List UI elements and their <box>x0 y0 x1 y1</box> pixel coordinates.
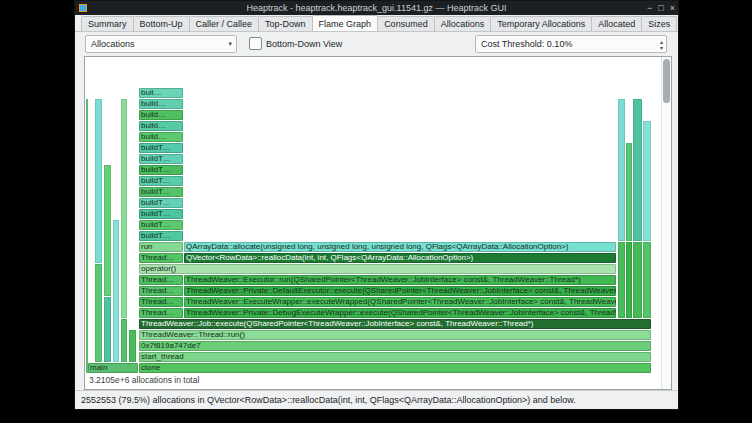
flame-bar[interactable]: buildT… <box>139 209 183 219</box>
flame-column-segment[interactable] <box>86 99 88 373</box>
tab-consumed[interactable]: Consumed <box>377 16 435 31</box>
app-icon <box>79 4 87 12</box>
checkbox-label: Bottom-Down View <box>266 39 342 49</box>
flame-bar[interactable]: start_thread <box>139 352 651 362</box>
tab-temporary-allocations[interactable]: Temporary Allocations <box>490 16 592 31</box>
allocations-combobox[interactable]: Allocations ▾ <box>85 35 237 53</box>
close-button[interactable]: × <box>670 1 675 15</box>
flame-bar[interactable]: 0x7f819a747de7 <box>139 341 651 351</box>
tab-bottom-up[interactable]: Bottom-Up <box>133 16 190 31</box>
chevron-down-icon: ▾ <box>228 40 232 48</box>
spinbox-arrows[interactable]: ▴▾ <box>660 36 663 54</box>
flame-column-segment[interactable] <box>626 143 632 241</box>
scrollbar-thumb[interactable] <box>663 59 670 103</box>
cost-threshold-spinbox[interactable]: Cost Threshold: 0.10% ▴▾ <box>475 35 667 53</box>
flame-bar[interactable]: main <box>88 363 138 373</box>
flame-column-segment[interactable] <box>633 99 642 241</box>
vertical-scrollbar[interactable] <box>661 57 671 389</box>
spin-down-icon[interactable]: ▾ <box>660 45 663 51</box>
flame-bar[interactable]: buildT… <box>139 154 183 164</box>
flame-bar[interactable]: buildT… <box>139 176 183 186</box>
flame-column-segment[interactable] <box>618 242 625 318</box>
flame-bar[interactable]: QVector<RowData>::reallocData(int, int, … <box>184 253 616 263</box>
minimize-button[interactable]: − <box>647 1 652 15</box>
tab-allocated[interactable]: Allocated <box>591 16 642 31</box>
flame-bar[interactable]: buildT… <box>139 143 183 153</box>
tab-flame-graph[interactable]: Flame Graph <box>312 15 379 31</box>
flame-bar[interactable]: Thread… <box>139 297 183 307</box>
flame-column-segment[interactable] <box>113 220 119 362</box>
flame-bar[interactable]: Thread… <box>139 286 183 296</box>
flame-bar[interactable]: ThreadWeaver::Thread::run() <box>139 330 651 340</box>
screen: Heaptrack - heaptrack.heaptrack_gui.1154… <box>0 0 752 423</box>
flame-bar[interactable]: build… <box>139 132 183 142</box>
status-bar: 2552553 (79.5%) allocations in QVector<R… <box>75 390 678 409</box>
flame-bar[interactable]: clone <box>139 363 651 373</box>
tab-top-down[interactable]: Top-Down <box>258 16 313 31</box>
tab-allocations[interactable]: Allocations <box>434 16 492 31</box>
flame-column-segment[interactable] <box>121 319 127 362</box>
flame-bar[interactable]: ThreadWeaver::Executor::run(QSharedPoint… <box>184 275 616 285</box>
flame-column-segment[interactable] <box>95 264 102 362</box>
flame-bar[interactable]: QArrayData::allocate(unsigned long, unsi… <box>184 242 616 252</box>
flame-bar[interactable]: ThreadWeaver::Private::DefaultExecutor::… <box>184 286 616 296</box>
flame-bar[interactable]: buildT… <box>139 165 183 175</box>
flame-column-segment[interactable] <box>104 297 111 362</box>
flame-bar[interactable]: run <box>139 242 183 252</box>
flame-column-segment[interactable] <box>95 99 102 263</box>
flame-column-segment[interactable] <box>643 242 651 318</box>
flame-graph[interactable]: 3.2105e+6 allocations in total mainclone… <box>85 57 661 389</box>
tab-bar: SummaryBottom-UpCaller / CalleeTop-DownF… <box>75 15 678 32</box>
checkbox-box[interactable] <box>249 37 262 50</box>
flame-bar[interactable]: build… <box>139 99 183 109</box>
flame-bar[interactable]: ThreadWeaver::ExecuteWrapper::executeWra… <box>184 297 616 307</box>
flame-bar[interactable]: Thread… <box>139 275 183 285</box>
flame-graph-frame: 3.2105e+6 allocations in total mainclone… <box>84 56 672 390</box>
window-controls: − □ × <box>647 1 675 15</box>
flame-column-segment[interactable] <box>643 121 651 241</box>
flame-bar[interactable]: ThreadWeaver::Private::DebugExecuteWrapp… <box>184 308 616 318</box>
flame-column-segment[interactable] <box>633 242 642 318</box>
flame-bar[interactable]: build… <box>139 110 183 120</box>
cost-threshold-text: Cost Threshold: 0.10% <box>481 39 572 49</box>
flame-column-segment[interactable] <box>626 242 632 318</box>
tab-summary[interactable]: Summary <box>81 16 134 31</box>
flame-column-segment[interactable] <box>618 99 625 241</box>
flame-column-segment[interactable] <box>104 165 111 296</box>
flame-bar[interactable]: buildT… <box>139 231 183 241</box>
flame-bar[interactable]: ThreadWeaver::Job::execute(QSharedPointe… <box>139 319 651 329</box>
flame-bar[interactable]: buildT… <box>139 220 183 230</box>
combobox-value: Allocations <box>91 39 135 49</box>
flame-column-segment[interactable] <box>129 330 136 362</box>
status-text: 2552553 (79.5%) allocations in QVector<R… <box>81 395 576 405</box>
flame-bar[interactable]: Thread… <box>139 253 183 263</box>
flame-bar[interactable]: buildT… <box>139 187 183 197</box>
tab-caller-callee[interactable]: Caller / Callee <box>189 16 260 31</box>
flame-bar[interactable]: operator() <box>139 264 616 274</box>
maximize-button[interactable]: □ <box>658 1 663 15</box>
flame-bar[interactable]: build… <box>139 121 183 131</box>
flame-bar[interactable]: Thread… <box>139 308 183 318</box>
total-allocations-label: 3.2105e+6 allocations in total <box>89 375 199 385</box>
flame-bar[interactable]: buildT… <box>139 198 183 208</box>
flame-column-segment[interactable] <box>121 99 127 318</box>
tab-sizes[interactable]: Sizes <box>641 16 677 31</box>
title-bar[interactable]: Heaptrack - heaptrack.heaptrack_gui.1154… <box>75 1 678 15</box>
window-title: Heaptrack - heaptrack.heaptrack_gui.1154… <box>75 3 678 13</box>
bottom-down-view-checkbox[interactable]: Bottom-Down View <box>249 37 342 50</box>
flame-bar[interactable]: buil… <box>139 88 183 98</box>
toolbar: Allocations ▾ Bottom-Down View Cost Thre… <box>75 32 678 55</box>
heaptrack-window: Heaptrack - heaptrack.heaptrack_gui.1154… <box>74 0 679 410</box>
